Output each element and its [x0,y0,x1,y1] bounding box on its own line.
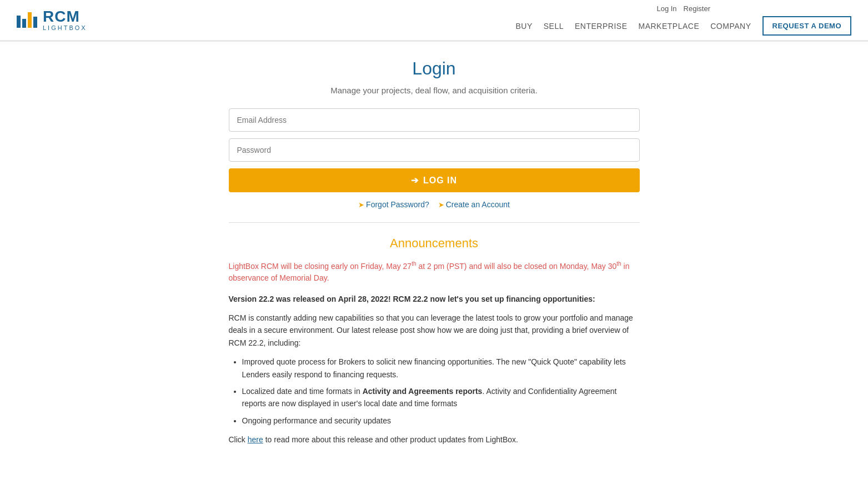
nav-enterprise[interactable]: ENTERPRISE [575,22,627,31]
header-right: Log In Register BUY SELL ENTERPRISE MARK… [515,4,851,36]
bullet-2-prefix: Localized date and time formats in [242,387,363,396]
bullet-2-bold: Activity and Agreements reports [363,387,483,396]
email-field-group [229,108,640,132]
site-header: RCM LIGHTBOX Log In Register BUY SELL EN… [0,0,868,42]
register-link[interactable]: Register [684,4,710,13]
main-content: Login Manage your projects, deal flow, a… [218,42,651,486]
create-account-item: ➤ Create an Account [438,200,510,209]
email-input[interactable] [229,108,640,132]
nav-marketplace[interactable]: MARKETPLACE [639,22,700,31]
logo-lightbox-text: LIGHTBOX [43,24,87,31]
alert-text: LightBox RCM will be closing early on Fr… [229,262,630,282]
request-demo-button[interactable]: REQUEST A DEMO [762,16,852,36]
logo-text: RCM LIGHTBOX [43,9,87,31]
footer-text: Click here to read more about this relea… [229,433,640,446]
version-heading-text: Version 22.2 was released on April 28, 2… [229,295,595,303]
logo-link[interactable]: RCM LIGHTBOX [17,9,87,31]
top-links: Log In Register [656,4,710,13]
create-account-link[interactable]: Create an Account [446,200,510,209]
login-title: Login [229,58,640,79]
logo-area: RCM LIGHTBOX [17,9,87,31]
feature-item-3: Ongoing performance and security updates [242,415,640,427]
password-input[interactable] [229,138,640,162]
chevron-create-icon: ➤ [438,201,444,209]
login-subtitle: Manage your projects, deal flow, and acq… [229,86,640,95]
announcements-title: Announcements [229,236,640,251]
feature-item-2: Localized date and time formats in Activ… [242,385,640,410]
announcement-alert: LightBox RCM will be closing early on Fr… [229,260,640,284]
login-button[interactable]: ➔ LOG IN [229,168,640,192]
features-list: Improved quote process for Brokers to so… [242,356,640,427]
forgot-password-link[interactable]: Forgot Password? [366,200,429,209]
nav-sell[interactable]: SELL [544,22,564,31]
body-text: RCM is constantly adding new capabilitie… [229,312,640,349]
bar-1 [17,16,21,28]
version-heading: Version 22.2 was released on April 28, 2… [229,293,640,305]
password-field-group [229,138,640,162]
login-link[interactable]: Log In [656,4,676,13]
bar-3 [28,12,32,28]
here-link[interactable]: here [248,435,263,444]
auth-links: ➤ Forgot Password? ➤ Create an Account [229,200,640,209]
feature-item-1: Improved quote process for Brokers to so… [242,356,640,381]
forgot-password-item: ➤ Forgot Password? [358,200,429,209]
login-button-label: LOG IN [423,176,457,186]
login-icon: ➔ [411,175,419,186]
nav-links: BUY SELL ENTERPRISE MARKETPLACE COMPANY … [515,16,851,36]
chevron-forgot-icon: ➤ [358,201,364,209]
footer-prefix: Click [229,435,248,444]
announcement-body: Version 22.2 was released on April 28, 2… [229,293,640,446]
footer-suffix: to read more about this release and othe… [263,435,518,444]
nav-buy[interactable]: BUY [515,22,532,31]
bar-4 [33,17,37,28]
logo-rcm-text: RCM [43,9,87,24]
bar-2 [22,19,26,28]
nav-company[interactable]: COMPANY [710,22,751,31]
section-divider [229,222,640,223]
logo-bars-icon [17,12,37,28]
